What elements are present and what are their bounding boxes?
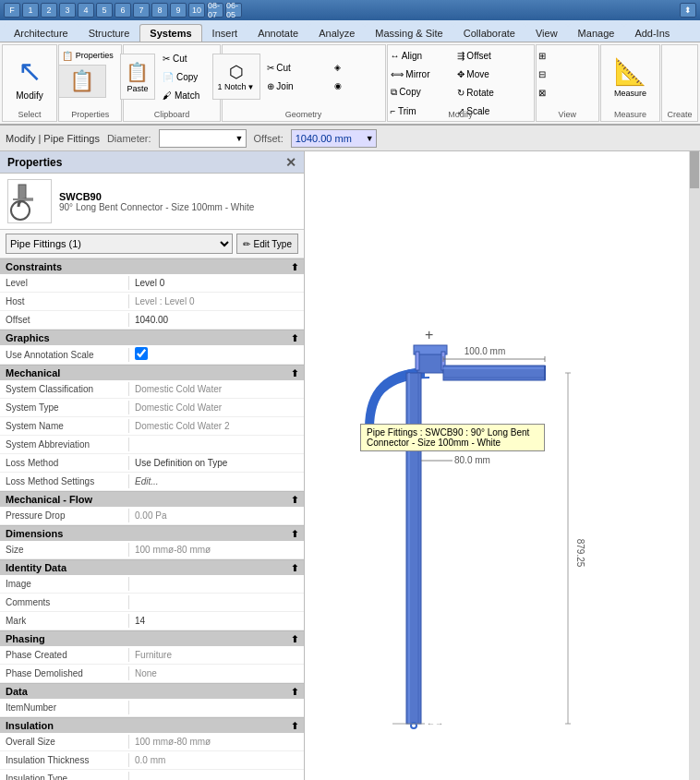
mirror-btn[interactable]: ⟺ Mirror [387, 66, 452, 82]
offset-input[interactable] [292, 130, 366, 147]
qat-btn-7[interactable]: 7 [133, 3, 150, 18]
geometry-btn3[interactable]: ◉ [331, 78, 395, 94]
notch-btn[interactable]: ⬡ 1 Notch ▼ [212, 54, 260, 100]
edit-type-button[interactable]: ✏ Edit Type [236, 234, 298, 254]
move-btn[interactable]: ✥ Move [453, 66, 518, 82]
cut-geometry-btn[interactable]: ✂ Cut [263, 59, 328, 76]
qat-btn-3[interactable]: 3 [59, 3, 76, 18]
section-mech-flow[interactable]: Mechanical - Flow ⬆ [0, 491, 304, 507]
identity-arrow: ⬆ [291, 563, 298, 573]
qat-btn-10[interactable]: 10 [188, 3, 205, 18]
loss-method-label: Loss Method [0, 456, 129, 470]
view-btn2[interactable]: ⊟ [535, 66, 599, 82]
tab-manage[interactable]: Manage [568, 24, 625, 42]
qat-btn-4[interactable]: 4 [78, 3, 94, 18]
section-constraints[interactable]: Constraints ⬆ [0, 258, 304, 274]
annotation-scale-checkbox[interactable] [135, 347, 148, 360]
mark-value[interactable]: 14 [129, 614, 304, 628]
join-btn[interactable]: ⊕ Join [263, 78, 328, 94]
view-btn1[interactable]: ⊞ [535, 47, 599, 64]
host-value: Level : Level 0 [129, 294, 304, 308]
ribbon-tabs: Architecture Structure Systems Insert An… [0, 20, 700, 42]
diameter-dropdown-arrow[interactable]: ▼ [235, 134, 244, 143]
tab-structure[interactable]: Structure [78, 24, 140, 42]
tab-annotate[interactable]: Annotate [247, 24, 308, 42]
element-code: SWCB90 [59, 191, 254, 202]
itemnumber-value[interactable] [129, 706, 304, 710]
tab-systems[interactable]: Systems [139, 24, 201, 42]
level-value[interactable]: Level 0 [129, 276, 304, 290]
tab-massing[interactable]: Massing & Site [365, 24, 453, 42]
ribbon-group-create: Create [661, 44, 698, 122]
loss-method-value[interactable]: Use Definition on Type [129, 456, 304, 470]
tab-analyze[interactable]: Analyze [308, 24, 365, 42]
qat-btn-6[interactable]: 6 [115, 3, 131, 18]
diameter-dropdown[interactable]: ▼ [159, 129, 247, 148]
tooltip-text: Pipe Fittings : SWCB90 : 90° Long Bent C… [367, 427, 529, 448]
properties-small-btn[interactable]: 📋 Properties [58, 47, 123, 64]
canvas-area[interactable]: + 100.0 mm [305, 151, 700, 780]
qat-btn-5[interactable]: 5 [96, 3, 113, 18]
comments-value[interactable] [129, 601, 304, 605]
section-identity[interactable]: Identity Data ⬆ [0, 559, 304, 575]
ribbon-group-measure: 📐 Measure Measure [600, 44, 660, 122]
qat-btn-8[interactable]: 8 [151, 3, 168, 18]
modify-bar: Modify | Pipe Fittings Diameter: ▼ Offse… [0, 126, 700, 151]
prop-row-comments: Comments [0, 594, 304, 612]
section-phasing[interactable]: Phasing ⬆ [0, 630, 304, 646]
type-selector[interactable]: Pipe Fittings (1) [6, 234, 233, 254]
qat-btn-06-05[interactable]: 06-05 [225, 3, 242, 18]
tab-addins[interactable]: Add-Ins [624, 24, 680, 42]
dimensions-arrow: ⬆ [291, 529, 298, 539]
image-value[interactable] [129, 582, 304, 586]
sys-class-value: Domestic Cold Water [129, 382, 304, 396]
section-insulation[interactable]: Insulation ⬆ [0, 717, 304, 733]
view-group-label: View [537, 110, 598, 119]
align-btn[interactable]: ↔ Align [387, 47, 452, 64]
expand-icon[interactable]: ⬍ [680, 3, 696, 18]
element-details: SWCB90 90° Long Bent Connector - Size 10… [59, 191, 254, 212]
properties-table: Constraints ⬆ Level Level 0 Host Level :… [0, 258, 304, 780]
title-bar: F 1 2 3 4 5 6 7 8 9 10 08-07 06-05 ⬍ [0, 0, 700, 20]
offset-btn[interactable]: ⇶ Offset [453, 47, 518, 64]
svg-text:100.0 mm: 100.0 mm [465, 346, 505, 356]
prop-row-sys-name: System Name Domestic Cold Water 2 [0, 417, 304, 436]
section-mechanical[interactable]: Mechanical ⬆ [0, 365, 304, 380]
close-properties-btn[interactable]: ✕ [285, 155, 296, 170]
copy-modify-btn[interactable]: ⧉ Copy [387, 84, 452, 101]
qat-btn-9[interactable]: 9 [170, 3, 187, 18]
modify-label: Modify [16, 90, 42, 101]
section-data[interactable]: Data ⬆ [0, 683, 304, 699]
modify-context: Modify | Pipe Fittings [6, 133, 100, 144]
loss-settings-value[interactable]: Edit... [129, 474, 304, 488]
scrollbar-thumb[interactable] [690, 151, 699, 188]
file-btn[interactable]: F [4, 3, 20, 18]
section-dimensions[interactable]: Dimensions ⬆ [0, 525, 304, 541]
ribbon-group-geometry: ⬡ 1 Notch ▼ ✂ Cut ⊕ Join ◈ ◉ Geometry [222, 44, 386, 122]
paste-btn[interactable]: 📋 Paste [120, 54, 155, 100]
tab-view[interactable]: View [525, 24, 568, 42]
offset-input-container: ▼ [291, 129, 377, 148]
geometry-btn2[interactable]: ◈ [331, 59, 395, 76]
measure-btn[interactable]: 📐 Measure [605, 47, 657, 106]
phase-demolished-value: None [129, 666, 304, 680]
qat-btn-2[interactable]: 2 [41, 3, 57, 18]
qat-btn-08-07[interactable]: 08-07 [207, 3, 223, 18]
vertical-scrollbar[interactable] [689, 151, 700, 780]
properties-big-btn[interactable]: 📋 [58, 65, 106, 98]
properties-panel-header: Properties ✕ [0, 151, 304, 174]
tab-collaborate[interactable]: Collaborate [453, 24, 525, 42]
offset-prop-value[interactable]: 1040.00 [129, 313, 304, 327]
view-btn3[interactable]: ⊠ [535, 84, 599, 101]
rotate-btn[interactable]: ↻ Rotate [453, 84, 518, 101]
offset-dropdown-arrow[interactable]: ▼ [366, 134, 376, 143]
section-graphics[interactable]: Graphics ⬆ [0, 330, 304, 345]
qat-btn-1[interactable]: 1 [22, 3, 39, 18]
modify-button[interactable]: ↖ Modify [6, 47, 54, 106]
mechanical-arrow: ⬆ [291, 368, 298, 378]
diameter-label: Diameter: [107, 133, 151, 144]
tab-insert[interactable]: Insert [202, 24, 248, 42]
tab-architecture[interactable]: Architecture [4, 24, 78, 42]
diameter-input[interactable] [162, 130, 235, 147]
annotation-scale-value[interactable] [129, 345, 304, 364]
